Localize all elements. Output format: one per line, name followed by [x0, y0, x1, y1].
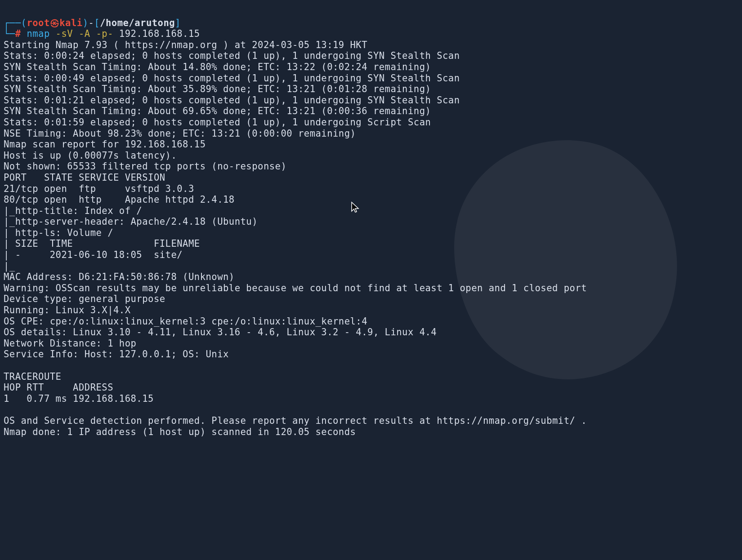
output-line: Nmap scan report for 192.168.168.15: [4, 139, 206, 150]
prompt-bracket-open: [: [94, 18, 100, 28]
output-line: | - 2021-06-10 18:05 site/: [4, 249, 183, 260]
prompt-bracket-close: ]: [175, 18, 181, 28]
output-line: Device type: general purpose: [4, 293, 165, 304]
output-line: OS details: Linux 3.10 - 4.11, Linux 3.1…: [4, 327, 437, 338]
output-line: Nmap done: 1 IP address (1 host up) scan…: [4, 427, 356, 437]
output-line: | http-ls: Volume /: [4, 227, 113, 238]
output-line: HOP RTT ADDRESS: [4, 382, 113, 393]
output-line: OS and Service detection performed. Plea…: [4, 415, 587, 426]
output-line: TRACEROUTE: [4, 371, 61, 382]
terminal-output[interactable]: ┌──(root㉿kali)-[/home/arutong] └─# nmap …: [0, 0, 742, 441]
output-line: Not shown: 65533 filtered tcp ports (no-…: [4, 161, 286, 172]
prompt-user: root: [27, 18, 49, 28]
prompt-paren-close: ): [83, 18, 89, 28]
output-line: |_http-server-header: Apache/2.4.18 (Ubu…: [4, 216, 258, 227]
output-line: MAC Address: D6:21:FA:50:86:78 (Unknown): [4, 271, 235, 282]
prompt-line2: └─# nmap -sV -A -p- 192.168.168.15: [4, 28, 200, 39]
prompt-line1: ┌──(root㉿kali)-[/home/arutong]: [4, 18, 181, 28]
output-line: Running: Linux 3.X|4.X: [4, 305, 131, 316]
command-flags: -sV -A -p-: [56, 28, 113, 39]
output-line: Starting Nmap 7.93 ( https://nmap.org ) …: [4, 40, 367, 50]
output-line: 80/tcp open http Apache httpd 2.4.18: [4, 194, 235, 205]
output-line: Stats: 0:00:24 elapsed; 0 hosts complete…: [4, 50, 460, 61]
prompt-dash: -: [88, 18, 94, 28]
output-line: SYN Stealth Scan Timing: About 14.80% do…: [4, 62, 431, 72]
output-line: SYN Stealth Scan Timing: About 69.65% do…: [4, 106, 431, 116]
prompt-cwd: /home/arutong: [100, 18, 175, 28]
output-line: |_: [4, 261, 15, 271]
prompt-skull-icon: ㉿: [50, 18, 60, 28]
output-line: Stats: 0:00:49 elapsed; 0 hosts complete…: [4, 73, 460, 84]
output-line: | SIZE TIME FILENAME: [4, 238, 200, 249]
output-line: Stats: 0:01:59 elapsed; 0 hosts complete…: [4, 117, 431, 128]
output-line: SYN Stealth Scan Timing: About 35.89% do…: [4, 84, 431, 94]
command-arg: 192.168.168.15: [113, 28, 200, 39]
output-line: OS CPE: cpe:/o:linux:linux_kernel:3 cpe:…: [4, 316, 367, 327]
output-line: 21/tcp open ftp vsftpd 3.0.3: [4, 183, 194, 194]
output-line: 1 0.77 ms 192.168.168.15: [4, 393, 154, 404]
prompt-host: kali: [59, 18, 82, 28]
output-line: Network Distance: 1 hop: [4, 338, 136, 349]
prompt-corner-bottom: └─: [4, 28, 15, 39]
output-line: Stats: 0:01:21 elapsed; 0 hosts complete…: [4, 95, 460, 106]
output-line: Host is up (0.00077s latency).: [4, 150, 177, 161]
prompt-paren-open: (: [21, 18, 27, 28]
prompt-hash: #: [15, 28, 21, 39]
prompt-corner-top: ┌──: [4, 18, 21, 28]
output-line: NSE Timing: About 98.23% done; ETC: 13:2…: [4, 128, 356, 139]
output-line: Warning: OSScan results may be unreliabl…: [4, 283, 587, 293]
output-line: Service Info: Host: 127.0.0.1; OS: Unix: [4, 349, 229, 360]
output-line: PORT STATE SERVICE VERSION: [4, 172, 165, 183]
command-name: nmap: [27, 28, 55, 39]
output-line: |_http-title: Index of /: [4, 205, 142, 216]
